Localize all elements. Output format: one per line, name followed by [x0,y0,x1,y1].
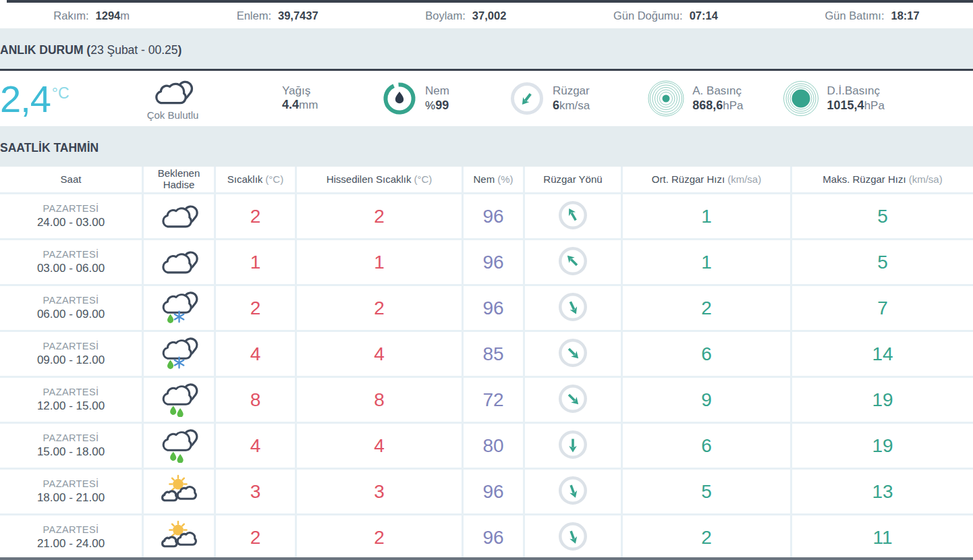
wind-direction-cell [525,470,621,513]
partly-sunny-icon [158,474,200,509]
humidity-value: 99 [435,99,449,112]
avg-wind-speed-cell: 9 [623,378,790,422]
current-title-text: ANLIK DURUM ( [0,43,90,57]
forecast-row-7: PAZARTESİ18.00 - 21.003396513 [0,470,973,513]
forecast-hours: 09.00 - 12.00 [37,353,105,368]
max-wind-speed-cell: 19 [792,378,973,422]
forecast-time: PAZARTESİ03.00 - 06.00 [0,240,142,284]
max-wind-speed-cell: 5 [792,240,973,284]
rain-icon [158,381,200,420]
forecast-day: PAZARTESİ [43,524,99,536]
wind-direction-icon [509,81,545,116]
wind-direction-cell [525,240,621,284]
wind-direction-cell [525,286,621,330]
temperature-unit: °C [52,84,70,102]
sea-level-pressure-unit: hPa [864,99,885,112]
wind-direction-cell [525,194,621,238]
stat-value: 07:14 [690,9,718,22]
stat-longitude: Boylam: 37,002 [425,9,506,22]
current-wind: Rüzgar 6km/sa [509,81,590,116]
precip-value: 4.4 [282,98,299,111]
feels-like-cell: 3 [297,470,462,513]
expected-condition-cell [144,424,214,468]
stat-unit: m [120,9,130,22]
avg-wind-speed-cell: 1 [623,240,790,284]
temperature-value: 2,4 [0,78,51,120]
humidity-prefix: % [425,99,435,112]
forecast-time: PAZARTESİ15.00 - 18.00 [0,424,142,468]
forecast-row-5: PAZARTESİ12.00 - 15.008872919 [0,378,973,422]
stat-label: Rakım: [53,9,88,22]
current-conditions-card: 2,4°C Çok Bulutlu Yağış 4.4mm Nem %99 [0,69,973,126]
cloudy-icon [158,201,200,232]
wind-direction-arrow-icon [557,429,588,463]
pressure-unit: hPa [723,99,743,112]
humidity-cell: 96 [464,515,523,559]
column-header-3: Hissedilen Sıcaklık(°C) [297,167,462,192]
wind-direction-arrow-icon [557,383,588,417]
feels-like-cell: 1 [297,240,462,284]
hourly-forecast-table: SaatBeklenen HadiseSıcaklık(°C)Hissedile… [0,167,973,559]
current-sea-level-pressure: D.İ.Basınç 1015,4hPa [783,80,885,117]
forecast-time: PAZARTESİ06.00 - 09.00 [0,286,142,330]
forecast-row-3: PAZARTESİ06.00 - 09.00229627 [0,286,973,330]
precip-unit: mm [299,99,318,111]
stat-value: 37,002 [472,9,506,22]
avg-wind-speed-cell: 5 [623,470,790,513]
forecast-row-8: PAZARTESİ21.00 - 24.002296211 [0,515,973,559]
rain-icon [158,426,200,466]
forecast-time: PAZARTESİ12.00 - 15.00 [0,378,142,422]
forecast-time: PAZARTESİ24.00 - 03.00 [0,194,142,238]
expected-condition-cell [144,470,214,513]
avg-wind-speed-cell: 1 [623,194,790,238]
table-header-row: SaatBeklenen HadiseSıcaklık(°C)Hissedile… [0,167,973,192]
avg-wind-speed-cell: 6 [623,332,790,376]
max-wind-speed-cell: 7 [792,286,973,330]
forecast-row-1: PAZARTESİ24.00 - 03.00229615 [0,194,973,238]
forecast-day: PAZARTESİ [43,248,99,261]
stat-value: 39,7437 [278,9,318,22]
feels-like-cell: 2 [297,515,462,559]
forecast-hours: 03.00 - 06.00 [37,261,105,276]
humidity-cell: 80 [464,424,523,468]
humidity-drop-gauge-icon [382,81,417,116]
clouds-icon [150,76,195,109]
wind-unit: km/sa [559,99,590,112]
wind-direction-arrow-icon [557,337,588,371]
current-humidity: Nem %99 [382,81,449,116]
wind-direction-cell [525,378,621,422]
avg-wind-speed-cell: 2 [623,515,790,559]
partly-sunny-icon [158,520,200,555]
current-title-close: ) [178,43,182,57]
temperature-cell: 2 [216,286,295,330]
expected-condition-cell [144,332,214,376]
wind-direction-cell [525,515,621,559]
stat-latitude: Enlem: 39,7437 [237,9,318,22]
expected-condition-cell [144,194,214,238]
forecast-row-6: PAZARTESİ15.00 - 18.004480619 [0,424,973,468]
temperature-cell: 4 [216,332,295,376]
stat-altitude: Rakım: 1294m [53,9,130,22]
temperature-cell: 1 [216,240,295,284]
stat-sunset: Gün Batımı: 18:17 [825,9,919,22]
pressure-value: 868,6 [692,99,723,112]
forecast-time: PAZARTESİ09.00 - 12.00 [0,332,142,376]
column-header-4: Nem(%) [464,167,523,192]
stat-label: Enlem: [237,9,271,22]
column-header-1: Beklenen Hadise [144,167,214,192]
sea-level-pressure-label: D.İ.Basınç [827,84,885,98]
column-header-2: Sıcaklık(°C) [216,167,295,192]
forecast-hours: 15.00 - 18.00 [37,445,105,459]
precip-label: Yağış [282,84,362,98]
sleet-icon [158,289,200,328]
weather-page: Rakım: 1294m Enlem: 39,7437 Boylam: 37,0… [0,0,973,560]
wind-direction-arrow-icon [557,291,588,325]
humidity-cell: 85 [464,332,523,376]
sea-level-pressure-rings-icon [783,80,819,117]
sleet-icon [158,335,200,374]
feels-like-cell: 4 [297,332,462,376]
current-section-title: ANLIK DURUM (23 Şubat - 00.25) [0,28,973,69]
forecast-day: PAZARTESİ [43,386,99,399]
forecast-hours: 18.00 - 21.00 [37,491,105,505]
wind-direction-arrow-icon [557,200,588,233]
